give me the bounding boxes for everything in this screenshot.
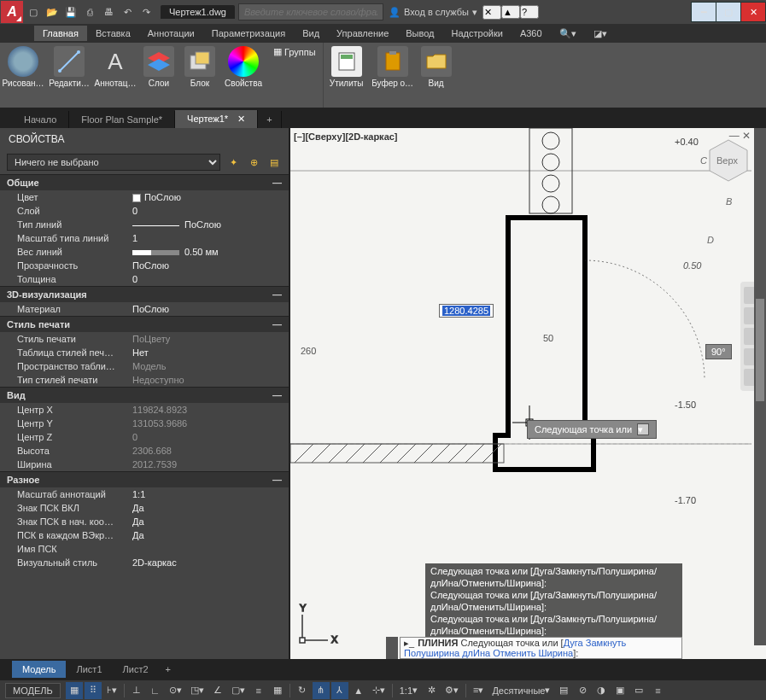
status-hardware-icon[interactable]: ▣ <box>611 682 629 699</box>
dynamic-distance-input[interactable]: 1280.4285 <box>439 304 494 318</box>
selection-type-dropdown[interactable]: Ничего не выбрано <box>7 154 220 171</box>
tab-parametric[interactable]: Параметризация <box>203 26 294 41</box>
viewcube[interactable]: Верх <box>694 130 763 198</box>
select-objects-icon[interactable]: ⊕ <box>246 155 261 170</box>
property-value[interactable]: Нет <box>132 347 289 358</box>
status-lockui-icon[interactable]: ⊘ <box>574 682 591 699</box>
ribbon-minimize-icon[interactable]: ◪▾ <box>585 26 616 42</box>
tooltip-options-icon[interactable]: ▾ <box>637 423 649 435</box>
status-anno-scale[interactable]: 1:1▾ <box>396 682 421 699</box>
tab-a360[interactable]: A360 <box>512 26 551 41</box>
close-icon[interactable]: ✕ <box>237 114 245 124</box>
status-space[interactable]: МОДЕЛЬ <box>5 683 61 698</box>
property-value[interactable]: ПоСлою <box>132 260 289 271</box>
autodesk-icon[interactable]: ▲ <box>501 5 520 19</box>
status-snap-icon[interactable]: ⠿ <box>85 682 102 699</box>
status-customize-icon[interactable]: ≡ <box>649 682 666 699</box>
property-value[interactable]: 1 <box>132 233 289 243</box>
property-value[interactable]: ПоСлою <box>132 304 289 314</box>
status-iso-icon[interactable]: ◳▾ <box>187 682 208 699</box>
property-row[interactable]: Знак ПСК в нач. коо…Да <box>0 515 289 528</box>
file-tab-start[interactable]: Начало <box>12 111 69 128</box>
status-cycling-icon[interactable]: ↻ <box>294 682 311 699</box>
ribbon-utilities[interactable]: Утилиты <box>324 43 370 106</box>
property-row[interactable]: Центр X119824.8923 <box>0 403 289 417</box>
property-value[interactable]: 119824.8923 <box>132 405 289 415</box>
section-head[interactable]: 3D-визуализация— <box>0 286 289 302</box>
qat-print-icon[interactable]: 🖶 <box>99 3 118 21</box>
property-row[interactable]: Слой0 <box>0 204 289 218</box>
new-tab-button[interactable]: + <box>258 111 281 128</box>
command-line[interactable]: ▸_ ПЛИНИЯ Следующая точка или [ Дуга Зам… <box>400 637 682 659</box>
section-head[interactable]: Разное— <box>0 471 289 487</box>
collapse-icon[interactable]: — <box>272 289 282 300</box>
status-3dosnap-icon[interactable]: ⋔ <box>313 682 330 699</box>
property-row[interactable]: Пространство табли…Модель <box>0 359 289 373</box>
property-value[interactable]: 0 <box>132 206 289 216</box>
ribbon-clipboard[interactable]: Буфер о… <box>370 43 416 106</box>
property-value[interactable]: 131053.9686 <box>132 418 289 429</box>
status-sel-filter-icon[interactable]: ▲ <box>350 682 367 699</box>
property-row[interactable]: Имя ПСК <box>0 542 289 556</box>
layout-tab-add[interactable]: + <box>159 661 178 678</box>
help-search-input[interactable] <box>238 3 383 20</box>
status-cleanscreen-icon[interactable]: ▭ <box>630 682 647 699</box>
collapse-icon[interactable]: — <box>272 390 282 400</box>
layout-tab-1[interactable]: Лист1 <box>66 661 112 678</box>
cmd-opt[interactable]: Замкнуть <box>586 638 626 648</box>
exchange-icon[interactable]: ✕ <box>482 5 501 20</box>
qat-undo-icon[interactable]: ↶ <box>118 3 137 21</box>
tab-home[interactable]: Главная <box>34 26 87 41</box>
ribbon-modify[interactable]: Редакти… <box>46 43 92 106</box>
qat-save-icon[interactable]: 💾 <box>61 3 80 21</box>
property-value[interactable]: 2306.668 <box>132 446 289 456</box>
property-value[interactable]: 0.50 мм <box>132 247 289 257</box>
property-row[interactable]: ПрозрачностьПоСлою <box>0 259 289 272</box>
app-logo[interactable]: A <box>1 1 23 23</box>
property-row[interactable]: Знак ПСК ВКЛДа <box>0 501 289 515</box>
property-value[interactable]: Да <box>132 516 289 527</box>
property-row[interactable]: Масштаб аннотаций1:1 <box>0 487 289 501</box>
ribbon-draw[interactable]: Рисован… <box>0 43 46 106</box>
status-workspace-icon[interactable]: ≡▾ <box>470 682 487 699</box>
status-osnap-icon[interactable]: ∠ <box>209 682 226 699</box>
property-row[interactable]: Стиль печатиПоЦвету <box>0 332 289 346</box>
tab-manage[interactable]: Управление <box>328 26 397 41</box>
property-value[interactable]: Недоступно <box>132 375 289 385</box>
tab-featured[interactable]: 🔍▾ <box>551 26 585 42</box>
qat-saveas-icon[interactable]: ⎙ <box>80 3 99 21</box>
close-button[interactable]: ✕ <box>740 2 766 22</box>
property-value[interactable]: Да <box>132 530 289 540</box>
quick-select-icon[interactable]: ▤ <box>266 155 282 170</box>
cmd-opt[interactable]: Отменить <box>493 648 535 658</box>
section-head[interactable]: Стиль печати— <box>0 316 289 332</box>
section-head[interactable]: Вид— <box>0 387 289 403</box>
property-value[interactable]: 1:1 <box>132 489 289 499</box>
status-lweight-icon[interactable]: ≡ <box>250 682 267 699</box>
status-isolate-icon[interactable]: ◑ <box>593 682 610 699</box>
status-gizmo-icon[interactable]: ⊹▾ <box>369 682 389 699</box>
cmd-opt[interactable]: Дуга <box>564 638 583 648</box>
status-units[interactable]: Десятичные▾ <box>488 682 553 699</box>
property-value[interactable]: 0 <box>132 274 289 284</box>
property-value[interactable]: Модель <box>132 361 289 371</box>
tab-addins[interactable]: Надстройки <box>443 26 512 41</box>
layout-tab-model[interactable]: Модель <box>12 661 66 678</box>
status-ducs-icon[interactable]: ⅄ <box>331 682 348 699</box>
property-value[interactable]: 0 <box>132 432 289 442</box>
ribbon-annotation[interactable]: A Аннотац… <box>92 43 138 106</box>
property-row[interactable]: Центр Z0 <box>0 430 289 444</box>
property-row[interactable]: Визуальный стиль2D-каркас <box>0 556 289 569</box>
tab-view[interactable]: Вид <box>294 26 328 41</box>
cmd-opt[interactable]: Ширина <box>539 648 574 658</box>
property-value[interactable]: ПоСлою <box>132 192 289 202</box>
tab-annotate[interactable]: Аннотации <box>139 26 203 41</box>
tab-insert[interactable]: Вставка <box>87 26 139 41</box>
property-row[interactable]: ЦветПоСлою <box>0 190 289 204</box>
qat-redo-icon[interactable]: ↷ <box>137 3 155 21</box>
canvas-scrollbar[interactable] <box>754 128 766 645</box>
property-value[interactable]: ПоЦвету <box>132 334 289 344</box>
collapse-icon[interactable]: — <box>272 475 282 485</box>
status-polar-icon[interactable]: ⊙▾ <box>166 682 185 699</box>
ribbon-properties[interactable]: Свойства <box>220 43 266 106</box>
